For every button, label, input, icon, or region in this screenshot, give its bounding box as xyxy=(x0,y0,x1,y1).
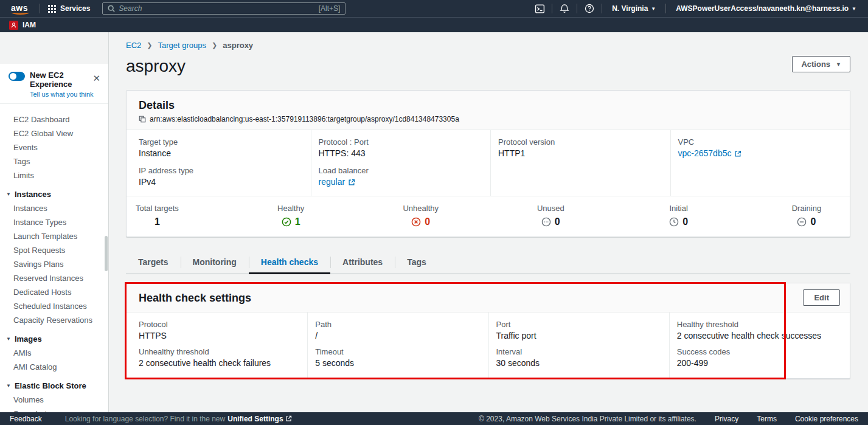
notifications-bell-button[interactable] xyxy=(557,2,572,15)
sidebar-spacer xyxy=(0,32,108,64)
breadcrumb-current: asproxy xyxy=(223,41,253,50)
field-ip-address-type: IP address type IPv4 xyxy=(139,166,305,187)
field-vpc: VPC vpc-2657db5c xyxy=(678,137,844,159)
details-title: Details xyxy=(139,99,838,112)
health-check-title: Health check settings xyxy=(139,291,251,305)
account-menu[interactable]: AWSPowerUserAccess/navaneeth.kn@harness.… xyxy=(670,4,862,13)
sidebar-item[interactable]: Instances xyxy=(0,201,108,215)
tab-attributes[interactable]: Attributes xyxy=(330,252,395,274)
privacy-link[interactable]: Privacy xyxy=(715,415,738,423)
health-check-grid: Protocol HTTPS Path / Port Traffic port xyxy=(127,313,850,378)
tab-targets[interactable]: Targets xyxy=(126,252,181,274)
field-target-type: Target type Instance xyxy=(139,137,305,159)
services-menu-button[interactable]: Services xyxy=(44,4,94,13)
cookie-preferences-link[interactable]: Cookie preferences xyxy=(795,415,858,423)
minus-circle-icon xyxy=(797,217,807,227)
sidebar-item[interactable]: Snapshots xyxy=(0,407,108,412)
favorite-iam-link[interactable]: IAM xyxy=(23,21,36,29)
sidebar-item[interactable]: Instance Types xyxy=(0,215,108,229)
stat-unhealthy: Unhealthy 0 xyxy=(403,204,439,228)
sidebar-item[interactable]: Savings Plans xyxy=(0,257,108,271)
sidebar-section-instances[interactable]: ▼ Instances xyxy=(0,187,108,201)
field-timeout: Timeout 5 seconds xyxy=(307,345,488,378)
caret-down-icon: ▼ xyxy=(6,336,11,342)
sidebar-group-general: EC2 DashboardEC2 Global ViewEventsTagsLi… xyxy=(0,112,108,182)
load-balancer-link[interactable]: regular xyxy=(319,177,356,187)
sidebar-item[interactable]: Launch Templates xyxy=(0,229,108,243)
unified-settings-link[interactable]: Unified Settings xyxy=(227,415,291,423)
close-icon[interactable]: ✕ xyxy=(92,74,100,83)
aws-console: aws Services [Alt+S] N. Virginia ▼ AWSPo… xyxy=(0,0,868,425)
sidebar-item[interactable]: Dedicated Hosts xyxy=(0,285,108,299)
target-group-arn: arn:aws:elasticloadbalancing:us-east-1:3… xyxy=(150,115,459,123)
tell-us-link[interactable]: Tell us what you think xyxy=(30,91,101,98)
field-healthy-threshold: Healthy threshold 2 consecutive health c… xyxy=(669,313,850,345)
chevron-down-icon: ▼ xyxy=(852,6,856,12)
iam-service-icon xyxy=(9,21,18,30)
sidebar: New EC2 Experience Tell us what you thin… xyxy=(0,32,109,412)
sidebar-section-images[interactable]: ▼ Images xyxy=(0,332,108,346)
sidebar-item[interactable]: Capacity Reservations xyxy=(0,313,108,327)
field-interval: Interval 30 seconds xyxy=(488,345,669,378)
details-grid: Target type Instance IP address type IPv… xyxy=(127,130,850,196)
field-protocol-port: Protocol : Port HTTPS: 443 xyxy=(319,137,485,159)
stat-total-targets: Total targets 1 xyxy=(136,204,179,228)
actions-label: Actions xyxy=(801,60,830,69)
help-button[interactable] xyxy=(582,2,597,15)
edit-button[interactable]: Edit xyxy=(803,289,840,306)
vpc-link[interactable]: vpc-2657db5c xyxy=(678,148,742,159)
caret-down-icon: ▼ xyxy=(6,192,11,197)
sidebar-item[interactable]: Tags xyxy=(0,154,108,168)
aws-logo[interactable]: aws xyxy=(6,3,35,15)
field-success-codes: Success codes 200-499 xyxy=(669,345,850,378)
section-label: Instances xyxy=(15,190,51,199)
sidebar-item[interactable]: Limits xyxy=(0,168,108,182)
services-label: Services xyxy=(60,4,90,13)
language-notice: Looking for language selection? Find it … xyxy=(65,415,292,423)
tab-tags[interactable]: Tags xyxy=(395,252,439,274)
tab-health-checks[interactable]: Health checks xyxy=(249,252,330,274)
tab-bar: Targets Monitoring Health checks Attribu… xyxy=(126,252,850,274)
sidebar-item[interactable]: Volumes xyxy=(0,393,108,407)
region-label: N. Virginia xyxy=(612,4,648,13)
region-selector[interactable]: N. Virginia ▼ xyxy=(606,4,661,13)
sidebar-item[interactable]: AMIs xyxy=(0,346,108,360)
external-link-icon xyxy=(734,150,741,157)
breadcrumb-ec2-link[interactable]: EC2 xyxy=(126,41,141,50)
clock-circle-icon xyxy=(669,217,679,227)
sidebar-menu: EC2 DashboardEC2 Global ViewEventsTagsLi… xyxy=(0,104,108,412)
account-label: AWSPowerUserAccess/navaneeth.kn@harness.… xyxy=(676,4,849,13)
sidebar-item[interactable]: AMI Catalog xyxy=(0,360,108,374)
x-circle-icon xyxy=(411,217,421,227)
new-experience-banner: New EC2 Experience Tell us what you thin… xyxy=(0,64,108,104)
sidebar-item[interactable]: EC2 Dashboard xyxy=(0,112,108,126)
actions-button[interactable]: Actions ▼ xyxy=(792,56,850,72)
favorites-bar: IAM xyxy=(0,17,868,32)
cloudshell-button[interactable] xyxy=(532,2,547,15)
sidebar-item[interactable]: Reserved Instances xyxy=(0,271,108,285)
top-nav: aws Services [Alt+S] N. Virginia ▼ AWSPo… xyxy=(0,0,868,17)
sidebar-scrollbar[interactable] xyxy=(105,236,108,271)
nav-divider xyxy=(602,4,602,13)
sidebar-item[interactable]: Events xyxy=(0,140,108,154)
details-card: Details arn:aws:elasticloadbalancing:us-… xyxy=(126,90,850,237)
breadcrumb-target-groups-link[interactable]: Target groups xyxy=(158,41,207,50)
health-check-card: Health check settings Edit Protocol HTTP… xyxy=(126,283,850,379)
field-path: Path / xyxy=(307,313,488,345)
terms-link[interactable]: Terms xyxy=(757,415,777,423)
global-search[interactable]: [Alt+S] xyxy=(102,2,345,15)
field-load-balancer: Load balancer regular xyxy=(319,166,485,187)
sidebar-item[interactable]: Spot Requests xyxy=(0,243,108,257)
sidebar-item[interactable]: EC2 Global View xyxy=(0,126,108,140)
search-input[interactable] xyxy=(119,4,314,13)
feedback-link[interactable]: Feedback xyxy=(10,415,42,423)
tab-monitoring[interactable]: Monitoring xyxy=(181,252,249,274)
new-experience-title: New EC2 Experience xyxy=(30,71,101,89)
sidebar-item[interactable]: Scheduled Instances xyxy=(0,299,108,313)
sidebar-group-instances: InstancesInstance TypesLaunch TemplatesS… xyxy=(0,201,108,327)
copy-icon[interactable] xyxy=(139,116,146,123)
sidebar-section-ebs[interactable]: ▼ Elastic Block Store xyxy=(0,379,108,393)
nav-divider xyxy=(552,4,552,13)
external-link-icon xyxy=(285,415,292,422)
new-experience-toggle[interactable] xyxy=(9,72,25,81)
